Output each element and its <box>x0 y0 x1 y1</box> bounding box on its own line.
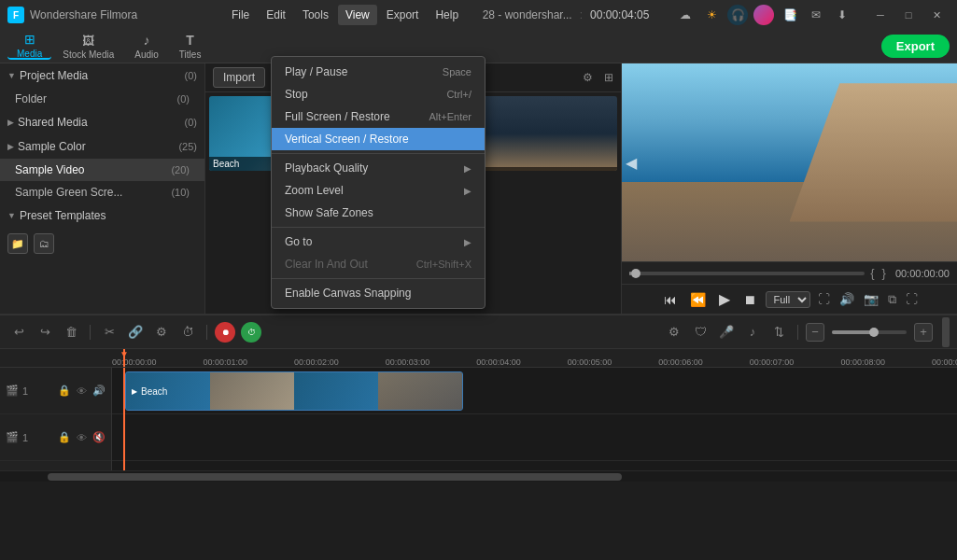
out-point-button[interactable]: } <box>880 266 888 280</box>
bookmark-icon[interactable]: 📑 <box>780 5 800 25</box>
headset-icon[interactable]: 🎧 <box>727 5 748 25</box>
preview-controls: { } 00:00:00:00 <box>622 261 957 284</box>
cloud-icon[interactable]: ☁ <box>675 5 696 25</box>
separator-1 <box>90 325 91 340</box>
track-1-eye-icon[interactable]: 👁 <box>77 385 87 397</box>
clip-beach[interactable]: ▶ Beach <box>125 371 463 411</box>
sidebar-item-sample-green[interactable]: Sample Green Scre... (10) <box>0 181 204 203</box>
user-avatar[interactable] <box>753 5 774 25</box>
download-icon[interactable]: ⬇ <box>832 5 852 25</box>
mail-icon[interactable]: ✉ <box>806 5 826 25</box>
pip-icon[interactable]: ⧉ <box>886 290 898 309</box>
zoom-in-button[interactable]: + <box>914 323 933 342</box>
menu-row-playback-quality[interactable]: Playback Quality ▶ <box>272 157 485 179</box>
zoom-slider[interactable] <box>832 330 907 334</box>
close-button[interactable]: ✕ <box>923 5 950 25</box>
volume-icon[interactable]: 🔊 <box>837 290 856 308</box>
prev-arrow-icon[interactable]: ◀ <box>626 154 637 172</box>
sidebar-item-folder[interactable]: Folder (0) <box>0 88 204 110</box>
tab-stock-media[interactable]: 🖼 Stock Media <box>53 34 123 60</box>
menu-row-stop[interactable]: Stop Ctrl+/ <box>272 83 485 105</box>
menu-row-safe-zones[interactable]: Show Safe Zones <box>272 202 485 224</box>
track-2-mute-icon[interactable]: 🔇 <box>92 431 106 443</box>
grid-view-icon[interactable]: ⊞ <box>604 71 613 84</box>
menu-row-vertical-screen[interactable]: Vertical Screen / Restore <box>272 128 485 150</box>
menu-file[interactable]: File <box>224 5 257 25</box>
undo-button[interactable]: ↩ <box>7 321 30 343</box>
rewind-button[interactable]: ⏪ <box>686 290 710 309</box>
track-height-handle[interactable] <box>942 317 950 347</box>
sidebar-section-preset-templates: ▼ Preset Templates 📁 🗂 <box>0 203 204 259</box>
in-point-button[interactable]: { <box>868 266 876 280</box>
menu-tools[interactable]: Tools <box>295 5 336 25</box>
track-2-eye-icon[interactable]: 👁 <box>77 432 87 443</box>
import-button[interactable]: Import <box>213 67 265 88</box>
stop-button[interactable]: ⏹ <box>739 290 760 309</box>
menu-row-canvas-snapping[interactable]: Enable Canvas Snapping <box>272 282 485 304</box>
menu-separator-3 <box>272 278 485 279</box>
window-controls: ─ □ ✕ <box>867 5 950 25</box>
track-header-2: 🎬 1 🔒 👁 🔇 <box>0 414 111 461</box>
sun-icon[interactable]: ☀ <box>701 5 722 25</box>
menu-row-clear-in-out[interactable]: Clear In And Out Ctrl+Shift+X <box>272 253 485 275</box>
microphone-icon[interactable]: 🎤 <box>715 321 738 343</box>
maximize-button[interactable]: □ <box>895 5 922 25</box>
preview-background: ◀ <box>622 63 957 261</box>
track-1-icon: 🎬 <box>6 385 19 397</box>
fullscreen-icon[interactable]: ⛶ <box>904 290 920 308</box>
project-name: 28 - wondershar... <box>483 8 572 21</box>
crop-icon[interactable]: ⛶ <box>816 290 832 308</box>
shield-icon[interactable]: 🛡 <box>689 321 711 343</box>
sidebar-header-shared-media[interactable]: ▶ Shared Media (0) <box>0 110 204 134</box>
sidebar-item-sample-video[interactable]: Sample Video (20) <box>0 159 204 181</box>
tab-titles[interactable]: T Titles <box>170 34 211 60</box>
ruler-mark-7: 00:00:07:00 <box>750 357 795 367</box>
tab-audio[interactable]: ♪ Audio <box>125 34 168 60</box>
settings-icon[interactable]: ⚙ <box>663 321 685 343</box>
zoom-out-button[interactable]: − <box>806 323 824 342</box>
delete-button[interactable]: 🗑 <box>60 321 82 343</box>
menu-edit[interactable]: Edit <box>259 5 293 25</box>
chevron-down-icon-2: ▼ <box>7 211 16 220</box>
menu-help[interactable]: Help <box>428 5 466 25</box>
track-content: ▶ Beach <box>112 368 957 470</box>
new-folder-button[interactable]: 📁 <box>7 233 28 254</box>
ruler-mark-1: 00:00:01:00 <box>204 357 248 367</box>
quality-select[interactable]: Full <box>766 291 810 308</box>
track-1-lock-icon[interactable]: 🔒 <box>58 385 71 397</box>
menu-row-play-pause[interactable]: Play / Pause Space <box>272 61 485 83</box>
sidebar-header-preset-templates[interactable]: ▼ Preset Templates <box>0 203 204 228</box>
add-template-button[interactable]: 🗂 <box>34 233 54 254</box>
music-icon[interactable]: ♪ <box>741 321 764 343</box>
filter-icon[interactable]: ⚙ <box>583 71 593 84</box>
split-icon[interactable]: ⇅ <box>767 321 790 343</box>
minimize-button[interactable]: ─ <box>867 5 894 25</box>
menu-separator-1 <box>272 153 485 154</box>
preview-timeline-slider[interactable] <box>629 272 865 275</box>
chevron-right-icon-2: ▶ <box>7 142 14 151</box>
track-1-sound-icon[interactable]: 🔊 <box>92 385 106 397</box>
record-2-button[interactable]: ⏱ <box>241 322 261 343</box>
menu-export[interactable]: Export <box>379 5 427 25</box>
audio-adj-button[interactable]: ⚙ <box>150 321 173 343</box>
speed-button[interactable]: ⏱ <box>176 321 199 343</box>
sidebar-section-project-media: ▼ Project Media (0) Folder (0) <box>0 63 204 110</box>
menu-row-fullscreen[interactable]: Full Screen / Restore Alt+Enter <box>272 105 485 128</box>
sidebar-header-sample-color[interactable]: ▶ Sample Color (25) <box>0 134 204 159</box>
tab-media[interactable]: ⊞ Media <box>7 34 51 60</box>
sidebar-header-project-media[interactable]: ▼ Project Media (0) <box>0 63 204 88</box>
redo-button[interactable]: ↪ <box>34 321 56 343</box>
link-button[interactable]: 🔗 <box>124 321 147 343</box>
play-button[interactable]: ▶ <box>715 288 734 310</box>
cut-button[interactable]: ✂ <box>98 321 120 343</box>
track-2-lock-icon[interactable]: 🔒 <box>58 431 71 443</box>
menu-row-go-to[interactable]: Go to ▶ <box>272 231 485 253</box>
screenshot-icon[interactable]: 📷 <box>862 290 880 308</box>
menu-view[interactable]: View <box>338 5 377 25</box>
scrollbar-thumb[interactable] <box>48 473 622 481</box>
record-button[interactable]: ⏺ <box>215 322 235 343</box>
step-back-button[interactable]: ⏮ <box>660 290 681 309</box>
playback-controls: ⏮ ⏪ ▶ ⏹ Full ⛶ 🔊 📷 ⧉ ⛶ <box>622 284 957 314</box>
menu-row-zoom-level[interactable]: Zoom Level ▶ <box>272 179 485 202</box>
export-button[interactable]: Export <box>881 35 950 58</box>
